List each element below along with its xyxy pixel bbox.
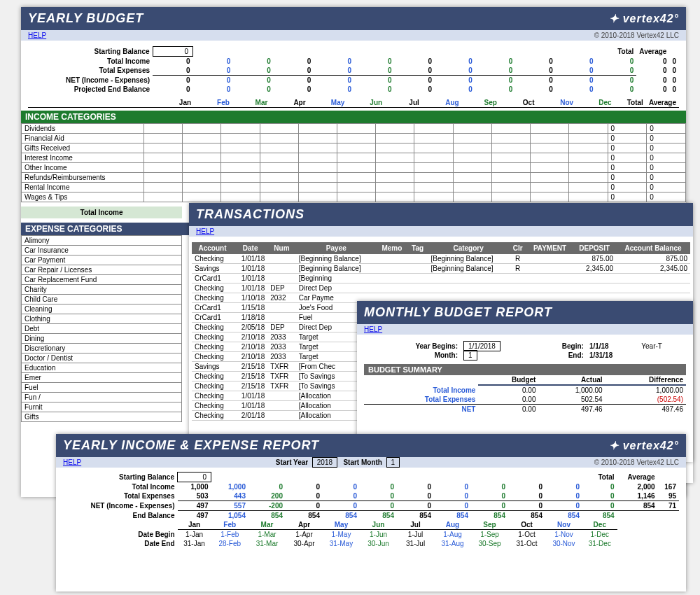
sublink-bar: HELP © 2010-2018 Vertex42 LLC: [21, 30, 686, 41]
yearly-title: YEARLY BUDGET: [28, 11, 144, 26]
expense-categories-header: EXPENSE CATEGORIES: [21, 223, 190, 235]
brand-logo-ie: ✦ vertex42°: [609, 439, 679, 452]
year-begins-label: Year Begins:: [364, 342, 461, 351]
ie-sublink: HELP Start Year 2018 Start Month 1 © 201…: [56, 457, 686, 468]
monthly-title: MONTHLY BUDGET REPORT: [364, 305, 552, 320]
income-categories-header: INCOME CATEGORIES: [21, 111, 686, 123]
trans-title: TRANSACTIONS: [196, 207, 304, 222]
end-value: 1/31/18: [587, 351, 638, 360]
trans-help-link[interactable]: HELP: [196, 227, 214, 235]
trans-title-bar: TRANSACTIONS: [189, 203, 693, 226]
start-month-label: Start Month: [343, 458, 382, 466]
end-label: End:: [538, 351, 587, 360]
yearly-title-bar: YEARLY BUDGET ✦ vertex42°: [21, 7, 686, 30]
help-link[interactable]: HELP: [28, 31, 46, 39]
start-year-value[interactable]: 2018: [312, 457, 337, 468]
expense-categories-table[interactable]: AlimonyCar InsuranceCar PaymentCar Repai…: [21, 235, 182, 422]
yearly-summary-table: Starting Balance0TotalAverageTotal Incom…: [28, 46, 679, 94]
ie-help-link[interactable]: HELP: [63, 458, 81, 466]
start-year-label: Start Year: [276, 458, 309, 466]
year-t: Year-T: [638, 342, 686, 351]
yearly-months-header: JanFebMarAprMayJunJulAugSepOctNovDecTota…: [28, 98, 679, 108]
ie-title-bar: YEARLY INCOME & EXPENSE REPORT ✦ vertex4…: [56, 434, 686, 457]
monthly-title-bar: MONTHLY BUDGET REPORT: [357, 301, 693, 324]
income-categories-table[interactable]: Dividends00Financial Aid00Gifts Received…: [21, 123, 686, 202]
month-value[interactable]: 1: [463, 350, 477, 360]
monthly-sublink: HELP: [357, 324, 693, 335]
copyright: © 2010-2018 Vertex42 LLC: [594, 31, 679, 39]
ie-copyright: © 2010-2018 Vertex42 LLC: [594, 458, 679, 466]
begin-label: Begin:: [538, 342, 587, 351]
begin-value: 1/1/18: [587, 342, 638, 351]
monthly-help-link[interactable]: HELP: [364, 326, 382, 333]
ie-title: YEARLY INCOME & EXPENSE REPORT: [63, 438, 319, 453]
month-label: Month:: [364, 351, 461, 360]
monthly-summary-table: BudgetActualDifferenceTotal Income0.001,…: [364, 375, 686, 414]
start-month-value[interactable]: 1: [386, 457, 400, 468]
total-income-row: Total Income: [21, 206, 182, 218]
brand-logo: ✦ vertex42°: [609, 12, 679, 25]
ie-table: Starting Balance0TotalAverageTotal Incom…: [63, 472, 679, 548]
trans-sublink: HELP: [189, 226, 693, 237]
ie-sheet: YEARLY INCOME & EXPENSE REPORT ✦ vertex4…: [56, 434, 686, 592]
budget-summary-header: BUDGET SUMMARY: [364, 364, 686, 375]
